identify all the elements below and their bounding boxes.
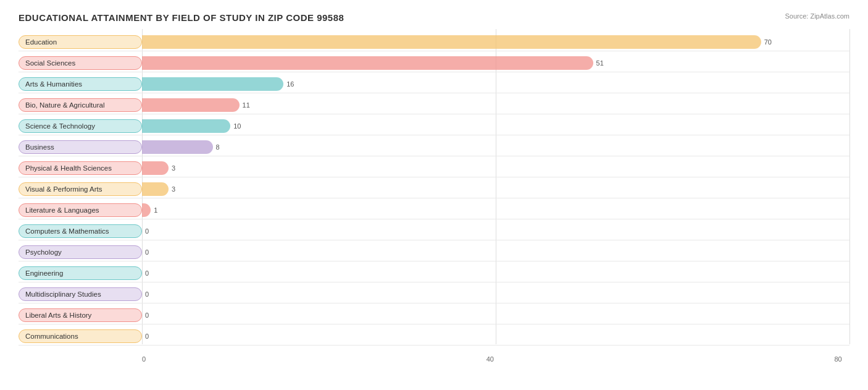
bar-track: 51 — [142, 56, 849, 70]
bar-row: Bio, Nature & Agricultural11 — [19, 95, 849, 114]
bar-value: 3 — [172, 185, 175, 193]
bar-track: 0 — [142, 266, 849, 280]
bar-label: Visual & Performing Arts — [19, 182, 142, 196]
x-axis: 04080 — [142, 355, 849, 363]
bar-track: 3 — [142, 161, 849, 175]
bar-fill — [142, 77, 283, 91]
bar-fill — [142, 98, 240, 112]
bar-track: 70 — [142, 35, 849, 49]
bar-row: Computers & Mathematics0 — [19, 221, 849, 240]
bar-track: 16 — [142, 77, 849, 91]
chart-container: EDUCATIONAL ATTAINMENT BY FIELD OF STUDY… — [0, 0, 868, 390]
bar-value: 0 — [145, 227, 149, 235]
bar-row: Liberal Arts & History0 — [19, 305, 849, 324]
bar-track: 1 — [142, 203, 849, 217]
bar-track: 11 — [142, 98, 849, 112]
bar-value: 1 — [154, 206, 157, 214]
bar-label: Physical & Health Sciences — [19, 161, 142, 175]
bar-value: 0 — [145, 312, 149, 319]
bar-label: Science & Technology — [19, 119, 142, 133]
chart-area: Education70Social Sciences51Arts & Human… — [19, 29, 849, 363]
bar-row: Physical & Health Sciences3 — [19, 158, 849, 177]
bar-value: 0 — [145, 269, 149, 277]
bar-label: Liberal Arts & History — [19, 308, 142, 322]
bars-container: Education70Social Sciences51Arts & Human… — [19, 29, 849, 345]
bar-label: Psychology — [19, 245, 142, 259]
bar-track: 8 — [142, 140, 849, 154]
bar-row: Business8 — [19, 137, 849, 156]
bar-value: 16 — [286, 80, 294, 88]
bar-fill — [142, 56, 593, 70]
bar-label: Arts & Humanities — [19, 77, 142, 91]
bar-value: 0 — [145, 290, 149, 298]
bar-label: Communications — [19, 329, 142, 343]
bar-row: Psychology0 — [19, 242, 849, 261]
bar-row: Arts & Humanities16 — [19, 74, 849, 93]
bar-row: Engineering0 — [19, 263, 849, 282]
bar-row: Communications0 — [19, 326, 849, 345]
bar-row: Multidisciplinary Studies0 — [19, 284, 849, 303]
bar-track: 0 — [142, 308, 849, 322]
bar-row: Education70 — [19, 32, 849, 51]
bar-fill — [142, 35, 761, 49]
bar-row: Social Sciences51 — [19, 53, 849, 72]
chart-title: EDUCATIONAL ATTAINMENT BY FIELD OF STUDY… — [19, 12, 849, 23]
bar-track: 3 — [142, 182, 849, 196]
bar-fill — [142, 203, 151, 217]
x-axis-label: 80 — [835, 355, 842, 363]
bar-value: 8 — [216, 143, 220, 151]
bar-label: Education — [19, 35, 142, 49]
bar-track: 10 — [142, 119, 849, 133]
bar-label: Business — [19, 140, 142, 154]
bar-value: 0 — [145, 333, 149, 340]
source-label: Source: ZipAtlas.com — [785, 12, 849, 20]
bar-label: Multidisciplinary Studies — [19, 287, 142, 301]
bar-label: Engineering — [19, 266, 142, 280]
bar-label: Social Sciences — [19, 56, 142, 70]
bar-value: 3 — [172, 164, 175, 172]
bar-label: Bio, Nature & Agricultural — [19, 98, 142, 112]
bar-fill — [142, 119, 230, 133]
bar-track: 0 — [142, 329, 849, 343]
bar-row: Literature & Languages1 — [19, 200, 849, 219]
bar-track: 0 — [142, 245, 849, 259]
bar-row: Visual & Performing Arts3 — [19, 179, 849, 198]
bar-value: 0 — [145, 248, 149, 256]
x-axis-label: 0 — [142, 355, 146, 363]
bar-value: 10 — [233, 122, 241, 130]
bar-track: 0 — [142, 224, 849, 238]
x-axis-label: 40 — [486, 355, 494, 363]
bar-row: Science & Technology10 — [19, 116, 849, 135]
bar-fill — [142, 140, 213, 154]
bar-fill — [142, 182, 169, 196]
bar-fill — [142, 161, 169, 175]
bar-label: Literature & Languages — [19, 203, 142, 217]
bar-track: 0 — [142, 287, 849, 301]
bar-value: 70 — [764, 38, 772, 46]
bar-label: Computers & Mathematics — [19, 224, 142, 238]
bar-value: 11 — [243, 101, 250, 109]
bar-value: 51 — [596, 59, 604, 67]
